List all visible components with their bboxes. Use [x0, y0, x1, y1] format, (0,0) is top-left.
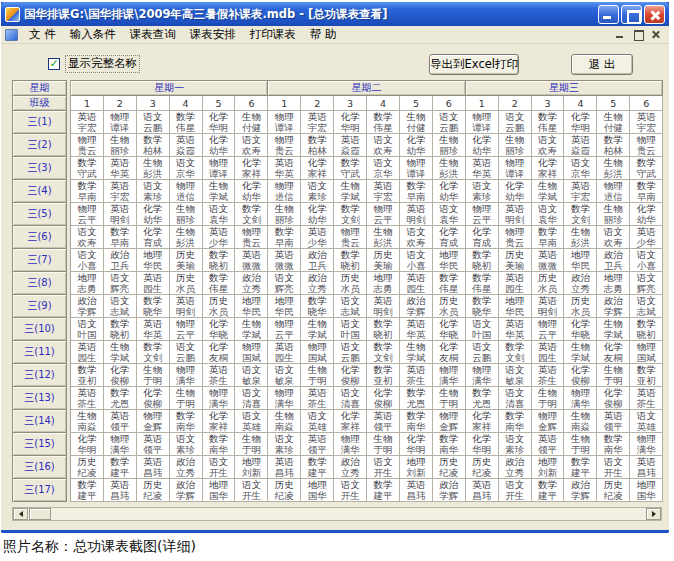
period-number-tue-5: 5	[399, 96, 432, 111]
cell-teacher: 华民	[499, 306, 531, 317]
cell-subject: 数学	[466, 295, 498, 306]
timetable-cell: 数学伟星	[432, 272, 465, 295]
mdi-window-controls	[613, 28, 666, 41]
mdi-document-icon[interactable]	[5, 29, 18, 41]
menu-item-4[interactable]: 打印课表	[243, 26, 303, 42]
cell-teacher: 志斌	[630, 306, 662, 317]
cell-subject: 生物	[564, 410, 596, 421]
scroll-left-arrow-icon[interactable]	[13, 508, 28, 520]
cell-teacher: 早南	[532, 237, 564, 248]
cell-teacher: 素珍	[170, 444, 202, 455]
cell-teacher: 学辉	[400, 306, 432, 317]
menu-item-0[interactable]: 文 件	[22, 26, 63, 42]
timetable-cell: 语文小喜	[71, 249, 104, 272]
cell-subject: 化学	[203, 134, 235, 145]
scroll-right-arrow-icon[interactable]	[646, 508, 661, 520]
cell-subject: 生物	[597, 318, 629, 329]
timetable-cell: 英语昌玮	[268, 456, 301, 479]
cell-subject: 政治	[564, 479, 596, 490]
exit-button[interactable]: 退 出	[571, 54, 633, 75]
cell-teacher: 文剑	[334, 214, 366, 225]
cell-subject: 化学	[235, 180, 267, 191]
scrollbar-thumb[interactable]	[29, 508, 51, 520]
class-label: 三(4)	[13, 180, 67, 203]
timetable-cell: 英语宇宏	[301, 111, 334, 134]
timetable-cell: 政治立秀	[564, 272, 597, 295]
cell-teacher: 京华	[367, 168, 399, 179]
show-full-name-checkbox[interactable]: 显示完整名称	[48, 55, 140, 73]
cell-teacher: 水员	[334, 283, 366, 294]
cell-teacher: 柏林	[137, 145, 169, 156]
cell-teacher: 幼华	[466, 145, 498, 156]
horizontal-scrollbar[interactable]	[12, 507, 662, 521]
cell-teacher: 丽珍	[268, 214, 300, 225]
mdi-restore-icon[interactable]	[631, 28, 646, 41]
timetable-cell: 语文京华	[169, 157, 202, 180]
menu-item-1[interactable]: 输入条件	[63, 26, 123, 42]
cell-teacher: 柏林	[597, 145, 629, 156]
cell-teacher: 文剑	[499, 352, 531, 363]
cell-subject: 地理	[301, 479, 333, 490]
cell-teacher: 袁华	[433, 214, 465, 225]
cell-subject: 生物	[268, 410, 300, 421]
menu-item-3[interactable]: 课表安排	[183, 26, 243, 42]
timetable-cell: 化学幼华	[432, 180, 465, 203]
timetable-cell: 数学文剑	[367, 341, 400, 364]
cell-subject: 化学	[104, 364, 136, 375]
cell-subject: 物理	[334, 226, 366, 237]
menu-item-5[interactable]: 帮 助	[303, 26, 344, 42]
timetable-cell: 政治立秀	[235, 272, 268, 295]
cell-teacher: 昌玮	[400, 490, 432, 501]
cell-teacher: 伟星	[170, 122, 202, 133]
timetable-cell: 语文袁华	[432, 203, 465, 226]
timetable-cell: 语文开生	[597, 456, 630, 479]
minimize-icon[interactable]	[598, 5, 619, 24]
cell-subject: 化学	[203, 410, 235, 421]
cell-subject: 英语	[104, 479, 136, 490]
timetable-cell: 数学晓初	[334, 249, 367, 272]
maximize-icon[interactable]	[621, 5, 642, 24]
cell-teacher: 谭译	[466, 122, 498, 133]
timetable-cell: 英语微微	[531, 249, 564, 272]
timetable-cell: 数学伟星	[169, 111, 202, 134]
cell-teacher: 立秀	[301, 283, 333, 294]
cell-teacher: 卫兵	[597, 260, 629, 271]
close-icon[interactable]	[644, 5, 665, 24]
timetable-cell: 化学家祥	[202, 410, 235, 433]
timetable-cell: 物理云平	[268, 318, 301, 341]
timetable-cell: 数学柏林	[301, 134, 334, 157]
cell-teacher: 丽珍	[170, 214, 202, 225]
cell-teacher: 于明	[532, 398, 564, 409]
cell-subject: 历史	[268, 479, 300, 490]
cell-teacher: 叶国	[71, 329, 103, 340]
cell-subject: 英语	[301, 226, 333, 237]
cell-subject: 数学	[367, 111, 399, 122]
menu-item-2[interactable]: 课表查询	[123, 26, 183, 42]
cell-subject: 数学	[367, 479, 399, 490]
cell-teacher: 尤恩	[104, 398, 136, 409]
cell-subject: 数学	[597, 433, 629, 444]
cell-teacher: 辉亮	[268, 283, 300, 294]
cell-subject: 英语	[630, 456, 662, 467]
checkbox-check-icon[interactable]	[48, 58, 60, 70]
timetable-cell: 英语明剑	[531, 295, 564, 318]
mdi-close-icon[interactable]	[649, 28, 664, 41]
export-excel-button[interactable]: 导出到Excel打印	[429, 54, 519, 75]
timetable-cell: 物理道信	[169, 180, 202, 203]
cell-teacher: 贵云	[71, 145, 103, 156]
cell-teacher: 守武	[334, 168, 366, 179]
cell-teacher: 纪凌	[466, 467, 498, 478]
timetable-cell: 地理志勇	[597, 272, 630, 295]
mdi-minimize-icon[interactable]	[613, 28, 628, 41]
cell-teacher: 学辉	[433, 490, 465, 501]
class-label: 三(3)	[13, 157, 67, 180]
timetable-cell: 历史水员	[432, 295, 465, 318]
cell-teacher: 幼华	[203, 145, 235, 156]
timetable-cell: 生物学斌	[564, 341, 597, 364]
cell-subject: 物理	[433, 410, 465, 421]
cell-subject: 语文	[630, 249, 662, 260]
cell-subject: 地理	[235, 295, 267, 306]
cell-subject: 数学	[400, 387, 432, 398]
cell-subject: 物理	[268, 180, 300, 191]
period-number-mon-5: 5	[202, 96, 235, 111]
